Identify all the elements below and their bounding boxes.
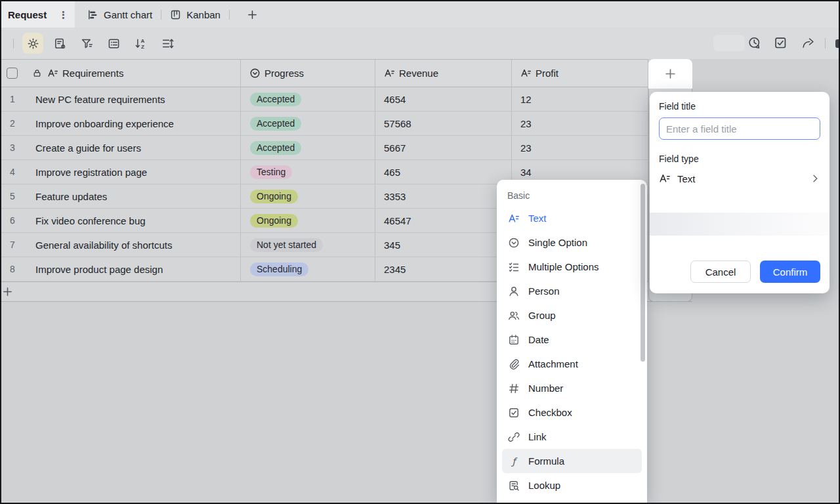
menu-item-link[interactable]: Link: [502, 425, 642, 449]
tab-gantt-chart[interactable]: Gantt chart: [87, 9, 152, 20]
menu-item-number[interactable]: Number: [502, 376, 642, 400]
history-button[interactable]: [747, 36, 761, 50]
cell-requirements[interactable]: 7 General availability of shortcuts: [1, 233, 241, 257]
revenue-value: 5667: [384, 142, 406, 154]
cell-requirements[interactable]: 1 New PC feature requirements: [1, 87, 241, 111]
cancel-button[interactable]: Cancel: [690, 261, 751, 283]
field-title-label: Field title: [659, 101, 820, 112]
filter-button[interactable]: [76, 33, 97, 54]
menu-item-lookup[interactable]: Lookup: [502, 473, 642, 497]
tasks-button[interactable]: [774, 36, 788, 50]
cell-progress[interactable]: Scheduling: [241, 257, 375, 281]
menu-item-group[interactable]: Group: [502, 303, 642, 327]
add-view-button[interactable]: [247, 9, 258, 20]
text-field-icon: [384, 68, 395, 79]
cell-requirements[interactable]: 4 Improve registration page: [1, 160, 241, 184]
cell-profit[interactable]: 23: [512, 112, 648, 135]
confirm-button[interactable]: Confirm: [760, 261, 820, 283]
checkbox-icon: [508, 407, 520, 419]
svg-text:ƒ: ƒ: [511, 455, 518, 466]
requirement-text: Improve onboarding experience: [35, 118, 174, 129]
cell-progress[interactable]: Accepted: [241, 136, 375, 159]
table-row[interactable]: 1 New PC feature requirements Accepted 4…: [1, 87, 648, 112]
profit-value: 34: [520, 167, 532, 178]
cell-profit[interactable]: 23: [512, 136, 648, 159]
menu-item-date[interactable]: Date: [502, 327, 642, 352]
requirement-text: Fix video conference bug: [35, 215, 146, 226]
cell-progress[interactable]: Accepted: [241, 112, 375, 135]
cell-requirements[interactable]: 6 Fix video conference bug: [1, 209, 241, 232]
requirement-text: Create a guide for users: [35, 142, 141, 154]
menu-item-text[interactable]: Text: [502, 206, 642, 230]
toolbar-divider: [13, 39, 14, 49]
row-height-button[interactable]: [157, 33, 178, 54]
cell-revenue[interactable]: 345: [375, 233, 512, 257]
requirement-text: General availability of shortcuts: [35, 240, 172, 251]
tab-menu-icon[interactable]: ⋮: [58, 10, 68, 20]
column-header-progress[interactable]: Progress: [241, 60, 375, 87]
cell-revenue[interactable]: 2345: [375, 257, 512, 281]
single-option-icon: [249, 68, 261, 79]
menu-scrollbar[interactable]: [640, 184, 645, 362]
settings-button[interactable]: [22, 33, 43, 54]
attachment-icon: [508, 358, 520, 370]
status-badge: Not yet started: [250, 238, 323, 252]
tab-divider: [229, 10, 230, 20]
text-field-icon: [520, 68, 532, 79]
table-row[interactable]: 3 Create a guide for users Accepted 5667…: [1, 136, 648, 160]
menu-item-single-option[interactable]: Single Option: [502, 230, 642, 255]
form-settings-button[interactable]: [49, 33, 70, 54]
cell-progress[interactable]: Ongoing: [241, 184, 375, 208]
menu-item-person[interactable]: Person: [502, 279, 642, 303]
cell-revenue[interactable]: 46547: [375, 209, 512, 232]
column-header-requirements[interactable]: Requirements: [1, 60, 241, 87]
column-title: Profit: [536, 68, 558, 79]
cell-progress[interactable]: Ongoing: [241, 209, 375, 232]
field-type-menu: Basic Text Single Option Multiple Option…: [497, 180, 647, 503]
tab-gantt-label: Gantt chart: [104, 9, 152, 20]
cell-requirements[interactable]: 5 Feature updates: [1, 184, 241, 208]
field-title-input[interactable]: [659, 117, 820, 140]
cell-revenue[interactable]: 4654: [375, 87, 512, 111]
sort-button[interactable]: AZ: [130, 33, 151, 54]
cell-progress[interactable]: Testing: [241, 160, 375, 184]
tab-kanban[interactable]: Kanban: [170, 9, 220, 20]
chevron-right-icon: [810, 173, 820, 184]
revenue-value: 46547: [384, 215, 411, 226]
cell-profit[interactable]: 12: [512, 87, 648, 111]
filter-icon: [81, 37, 93, 50]
text-field-icon: [47, 68, 58, 79]
menu-item-attachment[interactable]: Attachment: [502, 352, 642, 376]
row-height-icon: [161, 37, 174, 50]
cell-requirements[interactable]: 3 Create a guide for users: [1, 136, 241, 159]
field-type-selector[interactable]: Text: [659, 173, 820, 184]
toolbar-right-divider: [825, 38, 826, 49]
status-badge: Scheduling: [250, 262, 308, 276]
cell-requirements[interactable]: 2 Improve onboarding experience: [1, 112, 241, 135]
menu-item-checkbox[interactable]: Checkbox: [502, 400, 642, 425]
cell-revenue[interactable]: 465: [375, 160, 512, 184]
person-icon: [508, 285, 520, 297]
card-view-button[interactable]: [103, 33, 124, 54]
add-field-dialog: Field title Field type Text Cancel Confi…: [650, 92, 830, 293]
cell-requirements[interactable]: 8 Improve product page design: [1, 257, 241, 281]
cell-revenue[interactable]: 3353: [375, 184, 512, 208]
column-header-revenue[interactable]: Revenue: [375, 60, 512, 87]
column-title: Revenue: [399, 68, 438, 79]
add-field-button[interactable]: [648, 59, 692, 89]
select-all-checkbox[interactable]: [7, 68, 18, 79]
menu-section-label: Basic: [507, 190, 637, 201]
menu-item-multiple-options[interactable]: Multiple Options: [502, 255, 642, 279]
table-row[interactable]: 2 Improve onboarding experience Accepted…: [1, 112, 648, 136]
column-header-profit[interactable]: Profit: [512, 60, 648, 87]
share-button[interactable]: [801, 36, 815, 50]
tab-request[interactable]: Request ⋮: [1, 1, 75, 28]
cell-progress[interactable]: Accepted: [241, 87, 375, 111]
form-settings-icon: [54, 37, 66, 50]
menu-item-formula[interactable]: ƒ Formula: [502, 449, 642, 473]
cell-progress[interactable]: Not yet started: [241, 233, 375, 257]
requirement-text: Improve product page design: [35, 264, 163, 275]
cell-revenue[interactable]: 57568: [375, 112, 512, 135]
requirement-text: New PC feature requirements: [35, 94, 165, 105]
cell-revenue[interactable]: 5667: [375, 136, 512, 159]
